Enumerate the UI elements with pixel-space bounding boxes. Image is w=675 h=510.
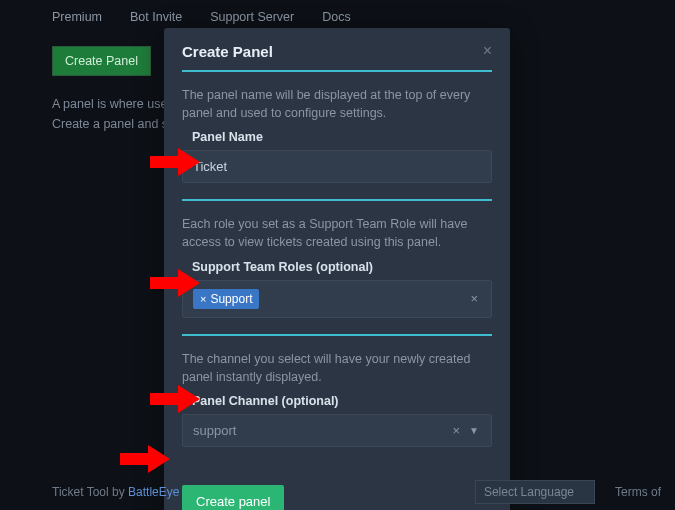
- support-roles-section: Each role you set as a Support Team Role…: [182, 199, 492, 333]
- panel-name-input[interactable]: [193, 159, 481, 174]
- panel-name-section: The panel name will be displayed at the …: [182, 70, 492, 199]
- nav-docs[interactable]: Docs: [322, 10, 350, 24]
- create-panel-modal: Create Panel × The panel name will be di…: [164, 28, 510, 510]
- language-select[interactable]: Select Language: [475, 480, 595, 504]
- footer-author-link[interactable]: BattleEye: [128, 485, 179, 499]
- clear-roles-icon[interactable]: ×: [467, 291, 481, 306]
- page-footer: Ticket Tool by BattleEye Select Language…: [52, 480, 661, 504]
- role-tag[interactable]: × Support: [193, 289, 259, 309]
- section-description: The channel you select will have your ne…: [182, 350, 492, 386]
- panel-name-input-wrap[interactable]: [182, 150, 492, 183]
- panel-channel-select[interactable]: support × ▼: [182, 414, 492, 447]
- nav-premium[interactable]: Premium: [52, 10, 102, 24]
- tag-remove-icon[interactable]: ×: [200, 293, 206, 305]
- terms-link[interactable]: Terms of: [615, 485, 661, 499]
- nav-bot-invite[interactable]: Bot Invite: [130, 10, 182, 24]
- create-panel-button-bg[interactable]: Create Panel: [52, 46, 151, 76]
- section-description: The panel name will be displayed at the …: [182, 86, 492, 122]
- close-icon[interactable]: ×: [483, 42, 492, 60]
- modal-title: Create Panel: [182, 43, 273, 60]
- section-description: Each role you set as a Support Team Role…: [182, 215, 492, 251]
- support-roles-label: Support Team Roles (optional): [192, 260, 492, 274]
- clear-channel-icon[interactable]: ×: [450, 423, 464, 438]
- role-tag-label: Support: [210, 292, 252, 306]
- nav-support-server[interactable]: Support Server: [210, 10, 294, 24]
- panel-channel-value: support: [193, 423, 444, 438]
- panel-channel-label: Panel Channel (optional): [192, 394, 492, 408]
- modal-body: The panel name will be displayed at the …: [164, 70, 510, 475]
- panel-name-label: Panel Name: [192, 130, 492, 144]
- support-roles-input[interactable]: × Support ×: [182, 280, 492, 318]
- footer-credit: Ticket Tool by BattleEye: [52, 485, 179, 499]
- chevron-down-icon[interactable]: ▼: [467, 425, 481, 436]
- panel-channel-section: The channel you select will have your ne…: [182, 334, 492, 463]
- modal-header: Create Panel ×: [164, 28, 510, 70]
